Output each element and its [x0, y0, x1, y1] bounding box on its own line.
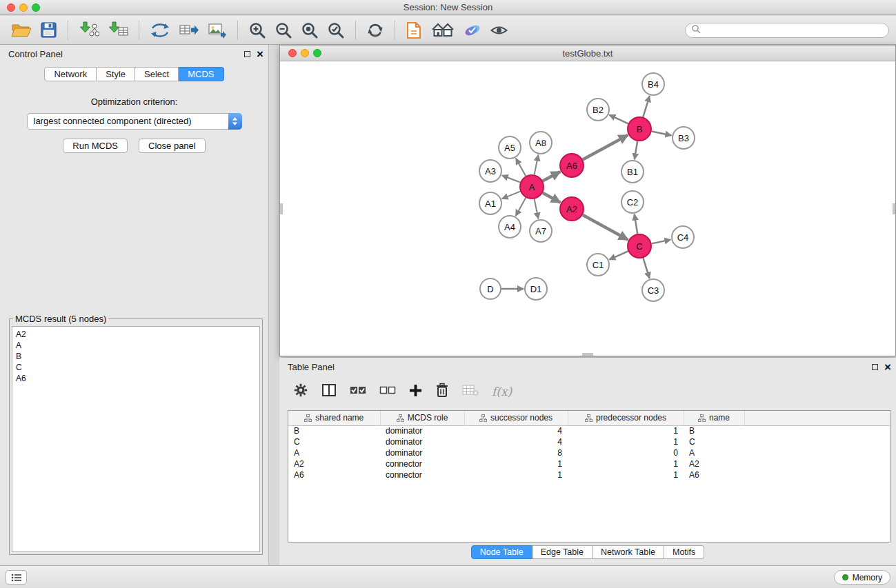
table-cell[interactable]: A6	[684, 469, 744, 480]
table-row[interactable]: A6connector11A6	[288, 469, 890, 480]
table-row[interactable]: Bdominator41B	[288, 425, 890, 436]
table-cell[interactable]: dominator	[380, 425, 464, 436]
edge-A2-C[interactable]	[583, 215, 628, 240]
float-panel-icon[interactable]	[244, 51, 250, 57]
edge-C-C4[interactable]	[652, 240, 671, 244]
dropdown-stepper-icon[interactable]	[228, 113, 242, 130]
node-B4[interactable]: B4	[642, 73, 664, 95]
table-cell[interactable]: dominator	[380, 447, 464, 458]
table-float-panel-icon[interactable]	[872, 364, 878, 370]
result-item[interactable]: B	[16, 351, 256, 362]
edge-A-A6[interactable]	[543, 172, 560, 181]
open-session-icon[interactable]	[7, 19, 36, 42]
tab-mcds[interactable]: MCDS	[179, 67, 223, 81]
node-A8[interactable]: A8	[530, 132, 552, 154]
table-cell[interactable]: A6	[288, 469, 380, 480]
add-row-icon[interactable]	[409, 384, 422, 400]
node-A3[interactable]: A3	[479, 160, 501, 182]
zoom-out-icon[interactable]	[270, 19, 297, 42]
node-A4[interactable]: A4	[499, 216, 521, 238]
tab-network[interactable]: Network	[44, 67, 97, 81]
table-cell[interactable]: A2	[288, 458, 380, 469]
column-header-predecessor-nodes[interactable]: predecessor nodes	[568, 411, 684, 425]
close-panel-icon[interactable]: ×	[257, 47, 263, 62]
table-cell[interactable]: B	[288, 425, 380, 436]
result-item[interactable]: A6	[16, 373, 256, 384]
network-close-button[interactable]	[288, 49, 297, 57]
column-header-mcds-role[interactable]: MCDS role	[380, 411, 464, 425]
node-B3[interactable]: B3	[673, 127, 695, 149]
table-cell[interactable]: A	[288, 447, 380, 458]
table-cell[interactable]: 1	[568, 458, 684, 469]
node-B[interactable]: B	[628, 117, 651, 141]
edge-B-B3[interactable]	[652, 132, 672, 136]
edge-C-C3[interactable]	[643, 258, 649, 278]
unselect-all-icon[interactable]	[379, 385, 396, 398]
node-A5[interactable]: A5	[499, 136, 521, 159]
table-row[interactable]: Cdominator41C	[288, 436, 890, 447]
settings-gear-icon[interactable]	[293, 383, 308, 401]
edge-A-A4[interactable]	[516, 198, 526, 216]
table-cell[interactable]: 4	[464, 436, 568, 447]
node-B2[interactable]: B2	[587, 99, 609, 121]
table-cell[interactable]: B	[684, 425, 744, 436]
table-cell[interactable]: 1	[568, 436, 684, 447]
zoom-selected-icon[interactable]	[323, 19, 349, 42]
table-cell[interactable]: 4	[464, 425, 568, 436]
edge-A-A2[interactable]	[543, 193, 561, 203]
memory-button[interactable]: Memory	[834, 570, 890, 585]
edge-B-B4[interactable]	[643, 96, 649, 117]
export-network-icon[interactable]	[175, 19, 203, 42]
edge-C-C2[interactable]	[635, 214, 637, 234]
pane-handle[interactable]	[280, 203, 283, 214]
node-A1[interactable]: A1	[479, 192, 501, 214]
network-transfer-icon[interactable]	[146, 19, 175, 42]
pane-handle[interactable]	[582, 353, 593, 356]
zoom-fit-icon[interactable]	[297, 19, 323, 42]
export-image-icon[interactable]	[203, 19, 231, 42]
node-A2[interactable]: A2	[560, 197, 584, 221]
node-C4[interactable]: C4	[672, 226, 694, 248]
edge-B-B1[interactable]	[635, 141, 637, 159]
open-document-icon[interactable]	[401, 19, 426, 42]
table-row[interactable]: A2connector11A2	[288, 458, 890, 469]
edge-A-A8[interactable]	[535, 155, 539, 175]
tab-node-table[interactable]: Node Table	[471, 545, 532, 559]
import-table-icon[interactable]	[103, 19, 132, 42]
result-item[interactable]: C	[16, 362, 256, 373]
zoom-in-icon[interactable]	[244, 19, 270, 42]
table-cell[interactable]: C	[288, 436, 380, 447]
show-graphics-details-icon[interactable]	[486, 19, 512, 42]
edge-A-A5[interactable]	[516, 159, 526, 176]
pane-handle[interactable]	[893, 203, 895, 214]
table-cell[interactable]: 8	[464, 447, 568, 458]
toolbar-search[interactable]	[685, 23, 889, 38]
node-D[interactable]: D	[480, 278, 501, 299]
table-cell[interactable]: 1	[464, 469, 568, 480]
result-item[interactable]: A	[16, 340, 256, 351]
edge-A6-B[interactable]	[583, 135, 628, 159]
tab-select[interactable]: Select	[135, 67, 179, 81]
select-all-icon[interactable]	[350, 385, 366, 398]
network-canvas-area[interactable]: B4B2BB3A8A5A6B1A3AC2A1A2A4A7C4CC1DD1C3	[280, 62, 895, 356]
node-B1[interactable]: B1	[621, 161, 644, 183]
tab-edge-table[interactable]: Edge Table	[532, 545, 593, 559]
table-cell[interactable]: A	[684, 447, 744, 458]
node-C1[interactable]: C1	[587, 254, 609, 276]
criterion-dropdown[interactable]: largest connected component (directed)	[27, 113, 242, 130]
table-cell[interactable]: A2	[684, 458, 744, 469]
edge-A-A3[interactable]	[502, 175, 520, 182]
table-cell[interactable]: 1	[568, 469, 684, 480]
node-C3[interactable]: C3	[642, 279, 664, 301]
table-cell[interactable]: 1	[464, 458, 568, 469]
import-network-icon[interactable]	[74, 19, 103, 42]
column-header-shared-name[interactable]: shared name	[288, 411, 380, 425]
maximize-button[interactable]	[32, 3, 40, 12]
result-item[interactable]: A2	[16, 329, 256, 340]
node-A7[interactable]: A7	[530, 220, 552, 242]
table-close-panel-icon[interactable]: ×	[884, 360, 891, 375]
tab-motifs[interactable]: Motifs	[664, 545, 704, 559]
node-A[interactable]: A	[520, 175, 544, 199]
edge-B-B2[interactable]	[609, 115, 628, 124]
table-cell[interactable]: connector	[380, 469, 464, 480]
